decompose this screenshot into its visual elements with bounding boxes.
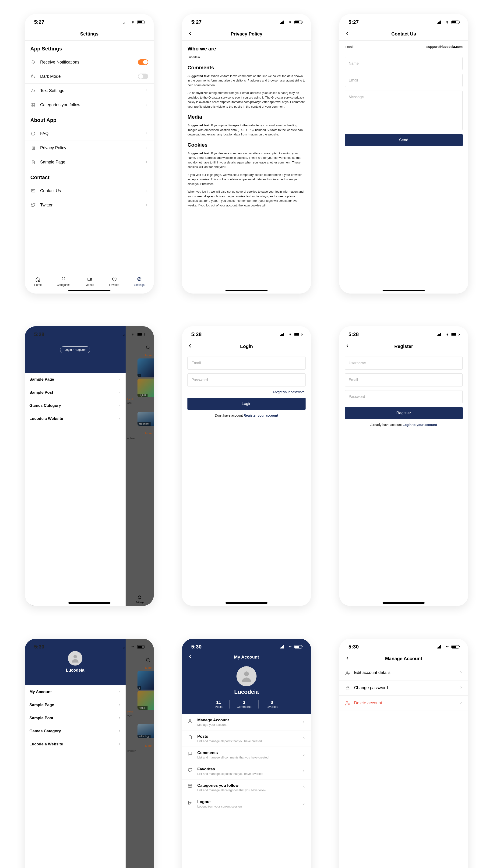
- back-button[interactable]: [345, 343, 350, 350]
- settings-row[interactable]: Contact Us: [25, 184, 154, 198]
- email-input[interactable]: Email: [345, 374, 463, 386]
- message-input[interactable]: Message: [345, 91, 463, 130]
- settings-row[interactable]: Categories you follow: [25, 98, 154, 112]
- logout-icon: [188, 800, 194, 806]
- home-indicator[interactable]: [68, 602, 110, 604]
- battery-icon: [451, 21, 459, 24]
- manage-row[interactable]: Change password: [339, 680, 468, 696]
- forgot-password-link[interactable]: Forgot your password: [188, 390, 305, 394]
- account-row[interactable]: LogoutLogout from your current session: [182, 796, 311, 812]
- back-button[interactable]: [188, 654, 193, 660]
- back-button[interactable]: [188, 30, 193, 38]
- toggle-switch[interactable]: [138, 73, 148, 79]
- email-label: Email: [345, 45, 353, 49]
- heading-media: Media: [188, 113, 305, 121]
- wifi-icon: [130, 21, 135, 24]
- drawer-item[interactable]: Sample Page: [25, 698, 126, 712]
- home-indicator[interactable]: [226, 602, 267, 604]
- settings-row[interactable]: FAQ: [25, 127, 154, 141]
- drawer-item[interactable]: Lucodeia Website: [25, 412, 126, 425]
- wifi-icon: [445, 645, 450, 649]
- stat-favorites[interactable]: 0Favorites: [258, 700, 285, 708]
- tab-favorite[interactable]: Favorite: [109, 276, 119, 287]
- drawer-item-label: Sample Page: [29, 703, 54, 707]
- login-link[interactable]: Login to your account: [403, 423, 437, 427]
- account-row[interactable]: PostsList and manage all posts that you …: [182, 731, 311, 747]
- password-input[interactable]: Password: [345, 390, 463, 403]
- status-bar: 5:28: [25, 326, 154, 340]
- wifi-icon: [288, 645, 293, 649]
- status-bar: 5:28: [182, 326, 311, 340]
- chevron-right-icon: [459, 670, 463, 675]
- user-edit-icon: [345, 670, 350, 676]
- drawer-item[interactable]: Sample Page: [25, 373, 126, 386]
- chevron-right-icon: [118, 703, 121, 707]
- home-indicator[interactable]: [383, 602, 425, 604]
- register-link[interactable]: Register your account: [244, 414, 278, 417]
- back-button[interactable]: [345, 30, 350, 38]
- drawer-item[interactable]: Games Category: [25, 725, 126, 738]
- settings-row[interactable]: Twitter: [25, 198, 154, 212]
- drawer-item[interactable]: Sample Post: [25, 386, 126, 399]
- screen-contact: 5:27 Contact Us Email support@lucodeia.c…: [339, 14, 468, 294]
- account-row[interactable]: Manage AccountManage your account: [182, 714, 311, 731]
- avatar[interactable]: [236, 666, 257, 686]
- policy-text: When you log in, we will also set up sev…: [188, 189, 305, 208]
- settings-row[interactable]: Sample Page: [25, 155, 154, 169]
- manage-row[interactable]: Delete account: [339, 696, 468, 711]
- settings-row[interactable]: Text Settings: [25, 84, 154, 98]
- settings-row[interactable]: Privacy Policy: [25, 141, 154, 155]
- tab-settings[interactable]: Settings: [134, 276, 145, 287]
- home-indicator[interactable]: [68, 290, 110, 291]
- wifi-icon: [288, 21, 293, 24]
- status-bar: 5:27: [25, 14, 154, 27]
- home-indicator[interactable]: [383, 290, 425, 291]
- wifi-icon: [445, 21, 450, 24]
- screen-manage-account: 5:30 Manage Account Edit account details…: [339, 639, 468, 868]
- tab-categories[interactable]: Categories: [57, 276, 70, 287]
- home-indicator[interactable]: [226, 290, 267, 291]
- chevron-right-icon: [302, 801, 305, 807]
- back-button[interactable]: [188, 343, 193, 350]
- send-button[interactable]: Send: [345, 134, 463, 146]
- policy-body[interactable]: Who we are Lucodeia Comments Suggested t…: [182, 41, 311, 294]
- account-row[interactable]: CommentsList and manage all comments tha…: [182, 747, 311, 763]
- name-input[interactable]: Name: [345, 57, 463, 70]
- tab-home[interactable]: Home: [34, 276, 42, 287]
- login-register-button[interactable]: Login / Register: [60, 346, 90, 353]
- stat-posts[interactable]: 11Posts: [208, 700, 230, 708]
- manage-row[interactable]: Edit account details: [339, 665, 468, 680]
- page-title: Privacy Policy: [231, 31, 262, 37]
- settings-row[interactable]: Dark Mode: [25, 69, 154, 84]
- username-input[interactable]: Username: [345, 357, 463, 370]
- email-input[interactable]: Email: [345, 74, 463, 87]
- register-button[interactable]: Register: [345, 407, 463, 419]
- drawer-item[interactable]: Sample Post: [25, 712, 126, 725]
- password-input[interactable]: Password: [188, 374, 305, 386]
- drawer-item[interactable]: My Account: [25, 685, 126, 698]
- back-button[interactable]: [345, 655, 350, 662]
- settings-row[interactable]: Receive Notifications: [25, 55, 154, 69]
- tab-videos[interactable]: Videos: [85, 276, 94, 287]
- avatar[interactable]: [68, 651, 82, 665]
- login-button[interactable]: Login: [188, 398, 305, 410]
- account-row[interactable]: FavoritesList and manage all posts that …: [182, 763, 311, 780]
- account-row[interactable]: Categories you followList and manage all…: [182, 780, 311, 796]
- battery-icon: [294, 333, 302, 336]
- toggle-switch[interactable]: [138, 59, 148, 65]
- drawer-item[interactable]: Lucodeia Website: [25, 738, 126, 751]
- row-label: FAQ: [40, 131, 141, 136]
- screen-login: 5:28 Login Email Password Forgot your pa…: [182, 326, 311, 606]
- battery-icon: [137, 21, 145, 24]
- email-input[interactable]: Email: [188, 357, 305, 370]
- comment-icon: [188, 750, 194, 757]
- status-bar: 5:28: [339, 326, 468, 340]
- signal-icon: [437, 21, 443, 24]
- wifi-icon: [445, 333, 450, 336]
- signal-icon: [123, 21, 129, 24]
- stat-comments[interactable]: 3Comments: [230, 700, 258, 708]
- login-prompt: Already have account Login to your accou…: [345, 423, 463, 427]
- side-drawer: Lucodeia My AccountSample PageSample Pos…: [25, 639, 126, 868]
- drawer-item[interactable]: Games Category: [25, 399, 126, 412]
- row-title: Comments: [197, 750, 298, 755]
